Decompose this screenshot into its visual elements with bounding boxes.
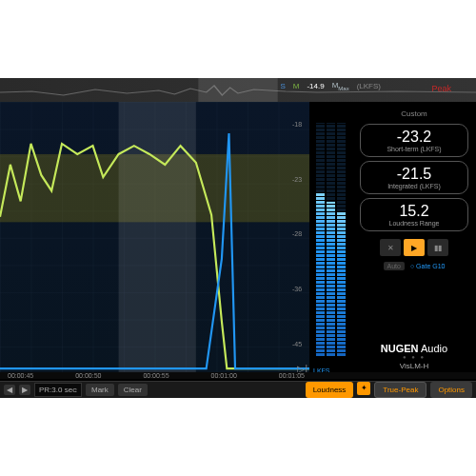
close-button[interactable]: ✕ xyxy=(380,239,401,256)
nav-prev-button[interactable]: ◀ xyxy=(4,385,15,395)
overview-strip: S M -14.9 MMax (LKFS) Peak xyxy=(0,78,476,102)
loudness-meter: -18 -23 -28 -36 -45 LKFS xyxy=(309,102,352,374)
auto-button[interactable]: Auto xyxy=(384,262,405,270)
meter-scale-labels: -18 -23 -28 -36 -45 xyxy=(292,121,302,347)
tab-loudness[interactable]: Loudness xyxy=(306,382,354,398)
m-indicator: M xyxy=(293,82,300,90)
brand-area: NUGEN Audio ● ● ● VisLM-H xyxy=(360,343,468,370)
main-area: ▷| -18 -23 -28 -36 -45 LKFS Custom -23.2… xyxy=(0,102,476,374)
bottom-toolbar: ◀ ▶ Mark Clear Loudness ✦ True-Peak Opti… xyxy=(0,381,476,398)
plugin-window: S M -14.9 MMax (LKFS) Peak xyxy=(0,78,476,397)
max-label: MMax xyxy=(332,81,349,91)
overview-waveform[interactable] xyxy=(0,78,476,102)
peak-tab[interactable]: Peak xyxy=(431,84,451,93)
brand-logo: NUGEN Audio xyxy=(360,343,468,354)
meter-bar-3 xyxy=(337,123,346,356)
brand-dots: ● ● ● xyxy=(360,354,468,360)
gate-row: Auto ○ Gate G10 xyxy=(360,262,468,270)
tab-truepeak[interactable]: True-Peak xyxy=(374,382,426,398)
pause-button[interactable]: ▮▮ xyxy=(427,239,448,256)
mark-button[interactable]: Mark xyxy=(86,384,114,396)
loudness-history-graph[interactable]: ▷| xyxy=(0,102,309,374)
product-name: VisLM-H xyxy=(360,362,468,370)
meter-bar-1 xyxy=(316,123,325,356)
meter-bar-2 xyxy=(327,123,335,356)
peak-unit: (LKFS) xyxy=(357,82,381,90)
integrated-readout: -21.5 Integrated (LKFS) xyxy=(360,161,468,194)
control-panel: Custom -23.2 Short-term (LKFS) -21.5 Int… xyxy=(352,102,476,374)
transport-controls: ✕ ▶ ▮▮ xyxy=(360,239,468,256)
clear-button[interactable]: Clear xyxy=(118,384,148,396)
peak-readout: S M -14.9 MMax (LKFS) xyxy=(280,81,381,91)
gate-indicator: ○ Gate G10 xyxy=(410,263,446,269)
timeline: 00:00:45 00:00:50 00:00:55 00:01:00 00:0… xyxy=(0,372,476,379)
play-button[interactable]: ▶ xyxy=(404,239,425,256)
nav-next-button[interactable]: ▶ xyxy=(19,385,30,395)
expand-button[interactable]: ✦ xyxy=(357,382,370,395)
svg-rect-3 xyxy=(119,102,196,374)
short-term-readout: -23.2 Short-term (LKFS) xyxy=(360,124,468,157)
peak-value: -14.9 xyxy=(307,82,324,90)
tab-options[interactable]: Options xyxy=(430,382,472,398)
loudness-range-readout: 15.2 Loudness Range xyxy=(360,198,468,231)
svg-rect-0 xyxy=(198,78,277,102)
pr-input[interactable] xyxy=(34,383,82,397)
s-indicator: S xyxy=(280,82,285,90)
preset-label[interactable]: Custom xyxy=(360,109,468,118)
